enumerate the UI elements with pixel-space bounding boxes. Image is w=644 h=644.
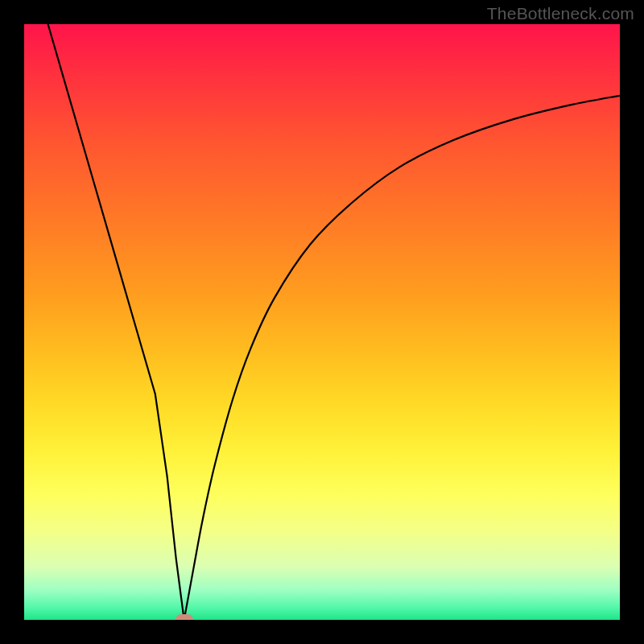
watermark-text: TheBottleneck.com <box>487 4 634 23</box>
curve-layer <box>24 24 620 620</box>
chart-frame: TheBottleneck.com <box>0 0 644 644</box>
plot-area <box>24 24 620 620</box>
line-left-branch <box>48 24 184 620</box>
min-marker <box>175 614 193 620</box>
line-right-branch <box>184 96 620 620</box>
